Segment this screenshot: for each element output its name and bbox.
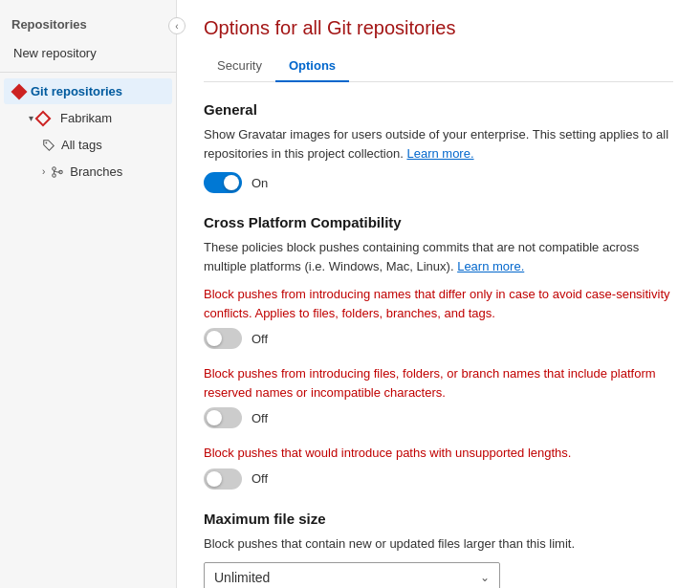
branches-icon: › [42,165,64,179]
sidebar-item-all-tags[interactable]: All tags [4,132,172,158]
policy-1-toggle-row: Off [204,328,673,349]
policy-2-toggle-thumb [207,410,222,425]
policy-3-toggle-row: Off [204,468,673,490]
git-repo-icon [13,86,25,98]
policy-3-text: Block pushes that would introduce paths … [204,444,673,463]
page-title: Options for all Git repositories [204,17,673,39]
policy-1-text: Block pushes from introducing names that… [204,285,673,322]
policy-2-text: Block pushes from introducing files, fol… [204,364,673,402]
general-toggle-track[interactable] [204,172,242,193]
general-section: General Show Gravatar images for users o… [204,101,673,193]
policy-1-toggle[interactable] [204,328,242,349]
policy-2-toggle-label: Off [252,411,268,425]
policy-1-toggle-track[interactable] [204,328,242,349]
all-tags-label: All tags [61,138,102,152]
tab-bar: Security Options [204,53,673,82]
tag-icon [42,139,55,152]
fabrikam-icon: ▾ [29,113,49,124]
sidebar-item-fabrikam[interactable]: ▾ Fabrikam [4,105,172,131]
collapse-icon: ‹ [175,21,178,32]
max-file-size-title: Maximum file size [204,511,673,527]
policy-1-toggle-thumb [207,331,222,346]
policy-2-block: Block pushes from introducing files, fol… [204,364,673,428]
cross-platform-section: Cross Platform Compatibility These polic… [204,214,673,490]
repositories-section-title: Repositories [0,11,176,39]
general-toggle-thumb [224,175,239,190]
tab-options[interactable]: Options [275,53,349,82]
branches-label: Branches [70,164,122,179]
policy-1-block: Block pushes from introducing names that… [204,285,673,349]
tab-security[interactable]: Security [204,53,275,82]
policy-1-toggle-label: Off [252,332,268,346]
general-toggle-label: On [252,176,268,190]
general-toggle-row: On [204,172,673,193]
fabrikam-label: Fabrikam [60,111,112,125]
max-file-size-description: Block pushes that contain new or updated… [204,534,673,554]
sidebar-item-branches[interactable]: › Branches [4,159,172,185]
git-repositories-label: Git repositories [31,84,122,98]
svg-point-0 [46,142,48,143]
cross-platform-title: Cross Platform Compatibility [204,214,673,230]
sidebar: ‹ Repositories New repository Git reposi… [0,0,177,588]
main-content: Options for all Git repositories Securit… [177,0,700,588]
policy-2-toggle[interactable] [204,407,242,428]
file-size-dropdown-value: Unlimited [214,570,270,585]
policy-2-toggle-row: Off [204,407,673,428]
sidebar-item-git-repositories[interactable]: Git repositories [4,78,172,104]
policy-3-toggle[interactable] [204,468,242,490]
general-title: General [204,101,673,118]
general-toggle[interactable] [204,172,242,193]
fabrikam-chevron: ▾ [29,113,33,123]
policy-2-toggle-track[interactable] [204,407,242,428]
sidebar-divider [0,72,176,73]
sidebar-item-new-repository[interactable]: New repository [4,40,172,66]
file-size-dropdown-container: Unlimited ⌄ [204,562,673,588]
sidebar-collapse-button[interactable]: ‹ [168,17,186,34]
policy-3-toggle-thumb [207,471,222,487]
max-file-size-section: Maximum file size Block pushes that cont… [204,511,673,589]
file-size-dropdown[interactable]: Unlimited ⌄ [204,562,500,588]
new-repository-label: New repository [13,46,97,60]
dropdown-arrow-icon: ⌄ [480,571,490,584]
cross-platform-desc-text: These policies block pushes containing c… [204,240,639,273]
policy-3-block: Block pushes that would introduce paths … [204,444,673,490]
policy-3-toggle-label: Off [252,471,268,486]
cross-platform-learn-more-link[interactable]: Learn more. [457,259,524,273]
cross-platform-description: These policies block pushes containing c… [204,238,673,275]
general-description: Show Gravatar images for users outside o… [204,125,673,163]
policy-3-toggle-track[interactable] [204,468,242,490]
general-learn-more-link[interactable]: Learn more. [406,146,473,161]
svg-point-1 [53,166,56,170]
branches-chevron: › [42,166,45,177]
svg-point-2 [53,173,56,177]
